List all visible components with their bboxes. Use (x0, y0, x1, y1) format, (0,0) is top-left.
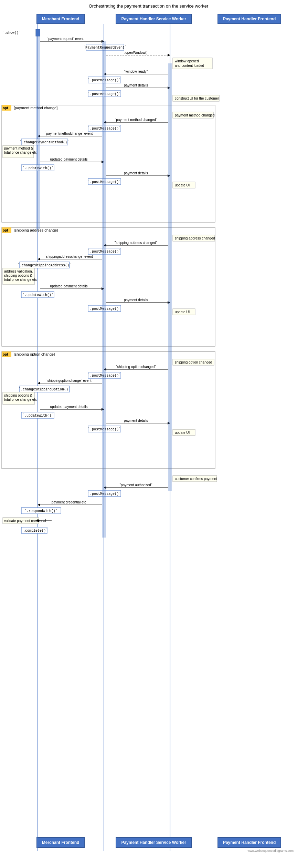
svg-text:updated payment details: updated payment details (50, 405, 88, 409)
svg-text:shipping option changed: shipping option changed (175, 360, 212, 364)
svg-text:`.openWindow()`: `.openWindow()` (123, 51, 149, 54)
svg-text:`paymentrequest` event: `paymentrequest` event (47, 37, 84, 41)
svg-text:`.updateWith()`: `.updateWith()` (22, 413, 53, 418)
svg-rect-13 (173, 58, 212, 69)
svg-rect-24 (88, 91, 121, 97)
svg-marker-22 (168, 86, 170, 89)
svg-rect-82 (21, 292, 54, 298)
svg-rect-141 (102, 41, 106, 538)
svg-marker-17 (104, 73, 106, 75)
svg-rect-92 (2, 351, 11, 357)
svg-rect-140 (36, 29, 40, 229)
svg-rect-100 (88, 372, 121, 378)
diagram-title: Orchestrating the payment transaction on… (0, 3, 297, 9)
svg-text:`.changePaymentMethod()`: `.changePaymentMethod()` (20, 140, 69, 144)
svg-rect-26 (173, 95, 219, 101)
svg-text:payment details: payment details (124, 171, 148, 175)
svg-text:"window ready": "window ready" (124, 70, 148, 73)
svg-rect-60 (2, 227, 11, 233)
svg-text:`.postMessage()`: `.postMessage()` (88, 92, 121, 96)
svg-text:payment details: payment details (124, 419, 148, 422)
svg-marker-80 (102, 287, 104, 290)
svg-rect-68 (88, 248, 121, 254)
svg-text:`.postMessage()`: `.postMessage()` (88, 78, 121, 82)
svg-marker-35 (104, 121, 106, 124)
svg-marker-116 (168, 422, 170, 425)
svg-rect-42 (21, 139, 68, 145)
svg-text:[shipping option change]: [shipping option change] (14, 352, 55, 356)
svg-marker-98 (104, 368, 106, 371)
svg-text:updated payment details: updated payment details (50, 157, 88, 161)
svg-rect-89 (173, 309, 195, 315)
svg-text:"shipping option changed": "shipping option changed" (116, 365, 156, 369)
svg-marker-111 (102, 408, 104, 411)
svg-rect-107 (3, 392, 34, 405)
svg-text:`.complete()`: `.complete()` (21, 529, 48, 533)
svg-marker-40 (38, 135, 40, 137)
diagram-container: Orchestrating the payment transaction on… (0, 0, 297, 856)
svg-text:total price change etc: total price change etc (4, 151, 37, 154)
svg-text:[payment method change]: [payment method change] (14, 106, 57, 110)
svg-rect-91 (2, 351, 215, 469)
svg-rect-37 (88, 125, 121, 131)
svg-text:total price change etc: total price change etc (4, 278, 37, 282)
svg-text:update UI: update UI (175, 431, 190, 435)
svg-text:`.postMessage()`: `.postMessage()` (88, 180, 121, 184)
svg-rect-59 (2, 227, 215, 346)
svg-text:`.postMessage()`: `.postMessage()` (88, 249, 121, 254)
svg-marker-71 (38, 258, 40, 261)
svg-rect-57 (173, 182, 195, 188)
svg-text:shipping address changed: shipping address changed (175, 236, 215, 240)
svg-rect-87 (88, 305, 121, 312)
svg-marker-6 (102, 40, 104, 43)
svg-rect-8 (86, 44, 124, 50)
svg-text:`shippingoptionchange` event: `shippingoptionchange` event (46, 379, 91, 382)
svg-marker-125 (104, 486, 106, 489)
svg-text:opt: opt (3, 228, 8, 232)
svg-text:opt: opt (3, 106, 8, 110)
svg-rect-120 (173, 429, 195, 436)
svg-text:address validation,: address validation, (4, 269, 33, 273)
svg-text:and content loaded: and content loaded (175, 64, 204, 68)
svg-rect-138 (21, 527, 47, 533)
svg-rect-55 (88, 178, 121, 185)
svg-text:`.changeShippingAddress()`: `.changeShippingAddress()` (18, 263, 71, 267)
header-frontend: Payment Handler Frontend (218, 14, 281, 24)
svg-marker-85 (168, 301, 170, 304)
svg-marker-11 (168, 54, 170, 57)
svg-text:total price change etc: total price change etc (4, 398, 37, 401)
svg-marker-137 (36, 519, 39, 522)
svg-marker-53 (168, 174, 170, 177)
svg-text:`.postMessage()`: `.postMessage()` (88, 374, 121, 378)
svg-rect-122 (173, 476, 217, 482)
svg-text:construct UI for the customer: construct UI for the customer (175, 96, 219, 100)
svg-text:payment details: payment details (124, 298, 148, 302)
header-merchant: Merchant Frontend (36, 14, 85, 24)
svg-text:`.respondWith()`: `.respondWith()` (24, 509, 57, 513)
svg-rect-142 (168, 63, 172, 491)
svg-text:`shippingaddresschange` event: `shippingaddresschange` event (45, 255, 93, 258)
svg-text:[shipping address change]: [shipping address change] (14, 228, 58, 232)
svg-text:`.updateWith()`: `.updateWith()` (22, 293, 53, 297)
svg-marker-130 (38, 503, 40, 506)
svg-rect-95 (173, 359, 214, 365)
svg-text:update UI: update UI (175, 183, 190, 187)
svg-rect-44 (3, 145, 34, 158)
svg-rect-127 (88, 490, 121, 497)
svg-text:updated payment details: updated payment details (50, 284, 88, 288)
svg-rect-50 (21, 165, 54, 171)
svg-text:"payment method changed": "payment method changed" (115, 118, 157, 122)
svg-rect-105 (20, 386, 70, 392)
svg-text:"payment authorized": "payment authorized" (120, 483, 152, 487)
svg-text:update UI: update UI (175, 310, 190, 314)
svg-text:`.show()`: `.show()` (2, 31, 21, 35)
svg-text:shipping options &: shipping options & (4, 394, 32, 397)
svg-text:window opened: window opened (174, 59, 199, 63)
svg-text:`.updateWith()`: `.updateWith()` (22, 166, 53, 170)
svg-rect-28 (2, 105, 215, 222)
svg-text:`.changeShippingOption()`: `.changeShippingOption()` (19, 387, 70, 391)
svg-text:`.postMessage()`: `.postMessage()` (88, 126, 121, 131)
svg-rect-32 (173, 112, 213, 118)
svg-rect-113 (21, 412, 54, 418)
svg-text:payment credential etc: payment credential etc (52, 500, 86, 504)
